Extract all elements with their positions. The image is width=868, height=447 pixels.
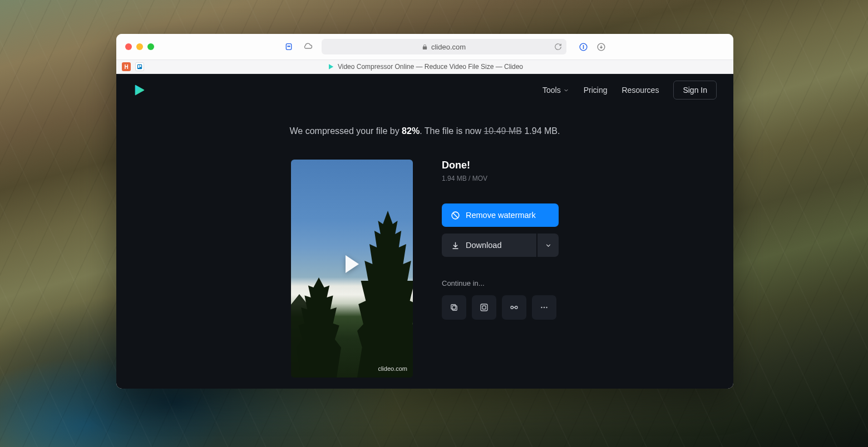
summary-prefix: We compressed your file by xyxy=(290,126,402,136)
nav-pricing[interactable]: Pricing xyxy=(584,86,608,95)
nav-tools[interactable]: Tools xyxy=(542,86,569,95)
address-bar[interactable]: clideo.com xyxy=(322,39,566,54)
svg-rect-9 xyxy=(452,306,457,310)
tab-title: Video Compressor Online — Reduce Video F… xyxy=(338,63,523,71)
download-icon xyxy=(451,241,460,250)
result-title: Done! xyxy=(442,160,559,171)
continue-label: Continue in... xyxy=(442,279,559,287)
no-symbol-icon xyxy=(451,211,460,220)
nav-resources[interactable]: Resources xyxy=(622,86,659,95)
watermark-label: clideo.com xyxy=(378,365,407,372)
svg-point-1 xyxy=(288,46,288,47)
link-icon xyxy=(509,302,519,312)
svg-rect-11 xyxy=(481,304,487,311)
frame-icon xyxy=(479,302,489,312)
minimize-window-button[interactable] xyxy=(136,43,143,50)
download-label: Download xyxy=(466,241,502,250)
maximize-window-button[interactable] xyxy=(147,43,154,50)
summary-old-size: 10.49 MB xyxy=(484,126,521,136)
result-format: MOV xyxy=(472,175,487,182)
video-preview[interactable]: clideo.com xyxy=(291,160,413,378)
download-button-group: Download xyxy=(442,234,559,257)
remove-watermark-label: Remove watermark xyxy=(466,211,536,220)
nav-tools-label: Tools xyxy=(542,86,561,95)
svg-rect-7 xyxy=(140,65,141,67)
continue-frame-button[interactable] xyxy=(472,295,496,320)
summary-suffix: . xyxy=(558,126,560,136)
page-content: Tools Pricing Resources Sign In We compr… xyxy=(116,74,733,389)
svg-point-15 xyxy=(541,307,542,308)
tree-decoration xyxy=(357,211,413,378)
pinned-tab-hacker[interactable]: H xyxy=(122,62,131,71)
continue-more-button[interactable] xyxy=(532,295,556,320)
site-header: Tools Pricing Resources Sign In xyxy=(116,74,733,106)
play-icon xyxy=(346,255,359,273)
summary-middle: . The file is now xyxy=(420,126,484,136)
remove-watermark-button[interactable]: Remove watermark xyxy=(442,203,559,227)
result-content: clideo.com Done! 1.94 MB / MOV Remove wa… xyxy=(116,160,733,378)
downloads-icon[interactable] xyxy=(596,42,606,52)
continue-copy-button[interactable] xyxy=(442,295,466,320)
copy-icon xyxy=(449,302,459,312)
svg-point-2 xyxy=(289,46,289,47)
browser-tabbar: H Video Compressor Online — Reduce Video… xyxy=(116,59,733,74)
compression-summary: We compressed your file by 82%. The file… xyxy=(116,126,733,136)
svg-rect-5 xyxy=(137,64,142,69)
browser-window: clideo.com H Video Compressor Online — R… xyxy=(116,34,733,389)
svg-point-17 xyxy=(546,307,547,308)
continue-actions xyxy=(442,295,559,320)
result-meta: 1.94 MB / MOV xyxy=(442,175,559,182)
download-dropdown-button[interactable] xyxy=(537,234,559,257)
chevron-down-icon xyxy=(545,242,552,249)
onepassword-icon[interactable] xyxy=(579,42,589,52)
result-size: 1.94 MB xyxy=(442,175,467,182)
pinned-tab-trello[interactable] xyxy=(135,62,144,71)
summary-percent: 82% xyxy=(402,126,420,136)
privacy-extension-icon[interactable] xyxy=(284,42,294,52)
site-nav: Tools Pricing Resources Sign In xyxy=(542,81,717,100)
result-sep: / xyxy=(467,175,472,182)
browser-titlebar: clideo.com xyxy=(116,34,733,59)
svg-point-13 xyxy=(511,306,514,309)
url-text: clideo.com xyxy=(431,43,466,51)
svg-point-14 xyxy=(515,306,518,309)
close-window-button[interactable] xyxy=(125,43,132,50)
cloud-icon[interactable] xyxy=(303,42,313,52)
summary-new-size: 1.94 MB xyxy=(524,126,558,136)
tree-decoration xyxy=(297,277,341,378)
download-button[interactable]: Download xyxy=(442,234,536,257)
clideo-favicon-icon xyxy=(327,63,334,71)
more-icon xyxy=(539,302,549,312)
svg-rect-0 xyxy=(286,44,291,50)
chevron-down-icon xyxy=(563,87,569,93)
reload-icon[interactable] xyxy=(554,43,562,51)
svg-rect-12 xyxy=(482,306,486,309)
continue-link-button[interactable] xyxy=(502,295,526,320)
svg-point-16 xyxy=(544,307,545,308)
svg-rect-10 xyxy=(451,305,456,309)
signin-button[interactable]: Sign In xyxy=(673,81,717,100)
lock-icon xyxy=(422,44,428,50)
result-panel: Done! 1.94 MB / MOV Remove watermark Dow… xyxy=(442,160,559,378)
active-tab[interactable]: Video Compressor Online — Reduce Video F… xyxy=(327,63,523,71)
clideo-logo-icon[interactable] xyxy=(133,84,145,96)
svg-rect-6 xyxy=(138,65,140,68)
window-controls xyxy=(125,43,154,50)
